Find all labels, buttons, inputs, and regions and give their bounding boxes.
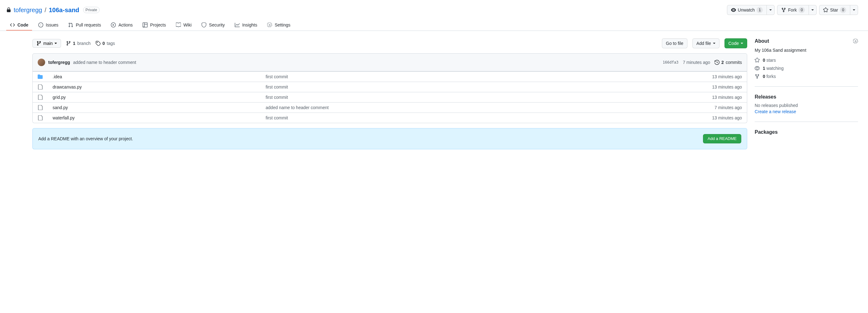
file-row: sand.pyadded name to header comment7 min… bbox=[33, 102, 747, 113]
file-commit-message-link[interactable]: first commit bbox=[266, 84, 581, 89]
file-time: 7 minutes ago bbox=[584, 105, 742, 110]
branch-icon bbox=[36, 41, 41, 46]
go-to-file-button[interactable]: Go to file bbox=[662, 38, 687, 48]
commit-author-link[interactable]: tofergregg bbox=[48, 60, 70, 65]
star-label: Star bbox=[830, 7, 838, 13]
add-readme-button[interactable]: Add a README bbox=[703, 134, 741, 143]
tab-pulls[interactable]: Pull requests bbox=[64, 20, 104, 31]
repo-owner-link[interactable]: tofergregg bbox=[14, 6, 42, 14]
file-icon bbox=[38, 84, 50, 89]
packages-heading: Packages bbox=[755, 130, 858, 135]
tab-issues[interactable]: Issues bbox=[35, 20, 62, 31]
unwatch-menu-button[interactable] bbox=[767, 5, 775, 15]
stars-link[interactable]: 0 stars bbox=[755, 58, 858, 63]
commits-count: 2 bbox=[721, 60, 724, 65]
file-name-link[interactable]: grid.py bbox=[53, 95, 263, 100]
add-file-button[interactable]: Add file bbox=[692, 38, 719, 48]
file-time: 13 minutes ago bbox=[584, 84, 742, 89]
code-icon bbox=[10, 23, 15, 27]
tab-projects-label: Projects bbox=[150, 23, 166, 27]
repo-tabs: Code Issues Pull requests Actions Projec… bbox=[0, 20, 868, 31]
file-row: waterfall.pyfirst commit13 minutes ago bbox=[33, 113, 747, 123]
fork-button[interactable]: Fork 0 bbox=[777, 5, 809, 15]
unwatch-button[interactable]: Unwatch 1 bbox=[727, 5, 767, 15]
tag-word: tags bbox=[107, 41, 115, 46]
tag-icon bbox=[96, 41, 100, 46]
tab-pulls-label: Pull requests bbox=[76, 23, 101, 27]
commit-time-link[interactable]: 7 minutes ago bbox=[683, 60, 710, 65]
shield-icon bbox=[202, 23, 207, 27]
watching-link[interactable]: 1 watching bbox=[755, 66, 858, 71]
fork-menu-button[interactable] bbox=[809, 5, 817, 15]
star-button[interactable]: Star 0 bbox=[819, 5, 850, 15]
visibility-badge: Private bbox=[83, 7, 100, 13]
file-name-link[interactable]: sand.py bbox=[53, 105, 263, 110]
sidebar: About My 106a Sand assignment 0 stars 1 … bbox=[755, 38, 858, 149]
create-release-link[interactable]: Create a new release bbox=[755, 109, 796, 114]
file-commit-message-link[interactable]: first commit bbox=[266, 74, 581, 79]
caret-down-icon bbox=[713, 43, 715, 44]
eye-icon bbox=[731, 7, 736, 12]
caret-down-icon bbox=[853, 9, 855, 10]
commit-message-link[interactable]: added name to header comment bbox=[73, 60, 136, 65]
file-icon bbox=[38, 115, 50, 120]
branch-word: branch bbox=[77, 41, 91, 46]
file-nav: main 1 branch 0 tags Go to file Add file… bbox=[32, 38, 747, 48]
avatar[interactable] bbox=[38, 59, 45, 66]
repo-title: tofergregg / 106a-sand Private bbox=[6, 6, 100, 14]
folder-icon bbox=[38, 74, 50, 79]
star-count: 0 bbox=[840, 7, 846, 13]
fork-icon bbox=[781, 7, 786, 12]
tab-settings[interactable]: Settings bbox=[264, 20, 294, 31]
file-icon bbox=[38, 95, 50, 100]
caret-down-icon bbox=[741, 43, 743, 44]
code-button-label: Code bbox=[728, 40, 739, 47]
file-table: .ideafirst commit13 minutes agodrawcanva… bbox=[32, 72, 747, 123]
file-time: 13 minutes ago bbox=[584, 115, 742, 120]
file-commit-message-link[interactable]: first commit bbox=[266, 115, 581, 120]
star-icon bbox=[823, 7, 828, 12]
tab-wiki[interactable]: Wiki bbox=[172, 20, 195, 31]
pull-request-icon bbox=[68, 23, 73, 27]
tab-wiki-label: Wiki bbox=[183, 23, 191, 27]
code-download-button[interactable]: Code bbox=[724, 38, 747, 48]
releases-none: No releases published bbox=[755, 103, 858, 108]
file-name-link[interactable]: drawcanvas.py bbox=[53, 84, 263, 89]
file-row: .ideafirst commit13 minutes ago bbox=[33, 72, 747, 82]
watch-count: 1 bbox=[756, 7, 763, 13]
tab-settings-label: Settings bbox=[275, 23, 290, 27]
fork-icon bbox=[755, 74, 760, 79]
forks-link[interactable]: 0 forks bbox=[755, 74, 858, 79]
tag-count: 0 bbox=[102, 41, 105, 46]
unwatch-label: Unwatch bbox=[738, 7, 755, 13]
branches-link[interactable]: 1 branch bbox=[66, 41, 91, 46]
file-time: 13 minutes ago bbox=[584, 74, 742, 79]
file-icon bbox=[38, 105, 50, 110]
tab-code[interactable]: Code bbox=[6, 20, 32, 31]
commits-count-link[interactable]: 2 commits bbox=[714, 60, 742, 65]
commit-sha-link[interactable]: 166dfa3 bbox=[663, 60, 679, 64]
file-name-link[interactable]: .idea bbox=[53, 74, 263, 79]
branch-current-label: main bbox=[43, 41, 53, 46]
fork-label: Fork bbox=[788, 7, 797, 13]
latest-commit: tofergregg added name to header comment … bbox=[32, 53, 747, 72]
tab-projects[interactable]: Projects bbox=[139, 20, 170, 31]
repo-name-link[interactable]: 106a-sand bbox=[49, 6, 80, 14]
star-menu-button[interactable] bbox=[850, 5, 858, 15]
branch-select-button[interactable]: main bbox=[32, 39, 61, 48]
file-commit-message-link[interactable]: added name to header comment bbox=[266, 105, 581, 110]
tab-insights[interactable]: Insights bbox=[231, 20, 261, 31]
add-file-label: Add file bbox=[696, 40, 711, 47]
tab-security[interactable]: Security bbox=[198, 20, 228, 31]
tags-link[interactable]: 0 tags bbox=[96, 41, 115, 46]
file-commit-message-link[interactable]: first commit bbox=[266, 95, 581, 100]
lock-icon bbox=[6, 7, 11, 12]
tab-actions[interactable]: Actions bbox=[107, 20, 136, 31]
file-name-link[interactable]: waterfall.py bbox=[53, 115, 263, 120]
tab-insights-label: Insights bbox=[242, 23, 257, 27]
repo-actions: Unwatch 1 Fork 0 Star 0 bbox=[727, 5, 858, 15]
separator: / bbox=[44, 6, 46, 14]
tab-code-label: Code bbox=[18, 23, 28, 27]
edit-about-button[interactable] bbox=[853, 39, 858, 44]
about-heading: About bbox=[755, 38, 769, 44]
